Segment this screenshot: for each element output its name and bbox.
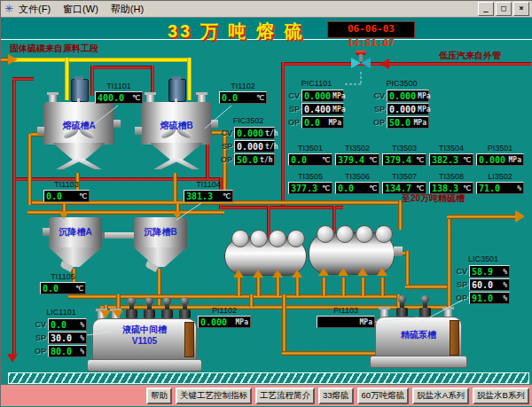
indicator-display: 0.0℃: [40, 282, 86, 294]
drum-dome: [336, 225, 354, 243]
desalted-water-series-a-button[interactable]: 脱盐水A系列: [412, 387, 469, 404]
indicator-display: 379.4℃: [335, 153, 379, 166]
pipe: [256, 278, 261, 296]
melt-sulfur-600k-ton-button[interactable]: 60万吨熔硫: [357, 387, 410, 404]
controller-lic3501[interactable]: LIC3501CV58.9%SP60.0%OP91.0%: [456, 254, 511, 304]
indicator-display: 400.0℃: [95, 91, 143, 104]
flow-arrow-into-drum2: [338, 268, 348, 276]
pipe: [281, 62, 285, 207]
settle-tank-a: 沉降槽A: [49, 214, 102, 274]
melt-sulfur-33-button[interactable]: 33熔硫: [318, 387, 354, 404]
pipe: [405, 251, 410, 288]
pipe: [405, 285, 450, 289]
equipment-label: 熔硫槽A: [43, 120, 114, 132]
controller-pic3500[interactable]: PIC3500CV0.000MPaSP0.000MPaOP50.0MPa: [373, 79, 430, 129]
flow-arrow-into-drum1: [292, 270, 302, 278]
indicator-ti3501: TI35010.0℃: [288, 144, 332, 166]
indicator-tag: TI3502: [335, 144, 379, 153]
mid-tank-v1105: 液硫中间槽 V1105: [92, 297, 197, 370]
pipe: [12, 77, 16, 356]
melt-tank-b: 熔硫槽B: [141, 79, 212, 171]
window-controls: _ □ ×: [478, 2, 529, 16]
close-button[interactable]: ×: [513, 2, 529, 16]
indicator-display: 138.3℃: [429, 182, 473, 194]
flow-arrow-into-mid-tank: [113, 310, 123, 318]
controller-row-display: 0.000MPa: [387, 90, 429, 102]
controller-row-display: 0.000t/h: [234, 127, 275, 139]
controller-row-key: CV: [35, 320, 46, 329]
controller-pic1101[interactable]: PIC1101CV0.000MPaSP0.400MPaOP0.0MPa: [288, 79, 345, 129]
controller-fic3502[interactable]: FIC3502CV0.000t/hSP0.000t/hOP50.0t/h: [221, 116, 276, 166]
flow-arrow-into-settle-b: [172, 211, 183, 219]
pipe: [281, 62, 531, 66]
controller-row-display: 0.000t/h: [234, 140, 275, 153]
pipe: [447, 215, 518, 219]
indicator-tag: TI1101: [95, 82, 143, 91]
menu-help[interactable]: 帮助(H): [111, 3, 144, 16]
controller-row-key: SP: [35, 333, 46, 342]
controller-row-display: 50.0t/h: [234, 153, 275, 166]
drum-dome: [250, 230, 268, 247]
indicator-display: 71.0%: [476, 182, 524, 194]
indicator-ti3506: TI35060.0℃: [335, 172, 379, 194]
indicator-tag: TI3508: [429, 172, 473, 182]
tank-cone: [49, 247, 102, 267]
controller-row-display: 0.0%: [48, 318, 87, 331]
indicator-tag: TI3504: [429, 144, 473, 153]
page-title: 33 万 吨 熔 硫: [168, 20, 304, 43]
equipment-label: 液硫中间槽: [92, 324, 197, 336]
indicator-display: 377.3℃: [288, 182, 332, 194]
restore-button[interactable]: □: [496, 2, 512, 16]
minimize-button[interactable]: _: [478, 2, 494, 16]
controller-row-display: 30.0%: [48, 332, 87, 344]
help-button[interactable]: 帮助: [146, 387, 172, 404]
indicator-display: MPa: [317, 316, 375, 328]
steam-control-valve[interactable]: [349, 51, 372, 72]
indicator-display: 0.0℃: [43, 190, 90, 202]
drum-dome: [317, 225, 334, 243]
drum-dome: [356, 225, 373, 243]
equipment-label: 精硫泵槽: [375, 329, 462, 341]
tank-cone: [150, 143, 203, 160]
controller-row-display: 60.0%: [469, 278, 510, 291]
pipe: [90, 66, 154, 69]
key-process-control-indicators-button[interactable]: 关键工艺控制指标: [176, 387, 252, 404]
flow-arrow-into-drum2: [357, 268, 368, 276]
scada-window: ✳ 文件(F) 窗口(W) 帮助(H) _ □ × 33 万 吨 熔 硫 06-…: [0, 0, 532, 407]
controller-row-key: OP: [221, 155, 232, 164]
valve-stem: [359, 54, 363, 61]
controller-row-display: 58.9%: [469, 265, 510, 278]
drum-dome: [269, 230, 286, 247]
flow-arrow-into-drum2: [318, 268, 329, 276]
indicator-ti1101: TI1101400.0℃: [95, 82, 143, 104]
indicator-ti1105: TI11050.0℃: [40, 272, 86, 294]
equipment-tag: V1105: [92, 336, 197, 346]
controller-row-display: 0.0MPa: [301, 116, 344, 129]
indicator-pi1103: PI1103MPa: [317, 306, 375, 328]
horizontal-scrollbar[interactable]: [8, 372, 529, 384]
steam-source-label: 低压汽来自外管: [439, 50, 501, 62]
tank-nozzle: [113, 120, 121, 128]
outlet-destination-label: 至20万吨精硫槽: [402, 192, 465, 205]
controller-row-key: CV: [221, 129, 232, 137]
process-flow-intro-button[interactable]: 工艺流程简介: [255, 387, 315, 404]
controller-row-display: 0.000MPa: [301, 90, 344, 102]
controller-row-display: 50.0MPa: [387, 116, 429, 129]
pipe: [12, 77, 34, 81]
controller-lic1101[interactable]: LIC1101CV0.0%SP30.0%OP80.0%: [35, 308, 88, 357]
pump-icon: [396, 295, 408, 317]
pipe: [361, 278, 365, 296]
indicator-ti1102: TI11020.0℃: [219, 82, 267, 104]
tank-cone: [134, 247, 187, 267]
indicator-tag: TI3505: [288, 172, 332, 182]
controller-row-key: OP: [456, 294, 467, 302]
indicator-ti3507: TI3507134.7℃: [382, 172, 426, 194]
flow-arrow-into-drum2: [377, 268, 387, 276]
controller-row-key: SP: [221, 142, 232, 151]
pipe: [380, 278, 385, 296]
flow-arrow-outlet-right: [515, 210, 525, 223]
menu-file[interactable]: 文件(F): [19, 3, 51, 16]
indicator-tag: PI1103: [317, 306, 375, 316]
desalted-water-series-b-button[interactable]: 脱盐水B系列: [473, 387, 529, 404]
menu-window[interactable]: 窗口(W): [63, 3, 98, 16]
